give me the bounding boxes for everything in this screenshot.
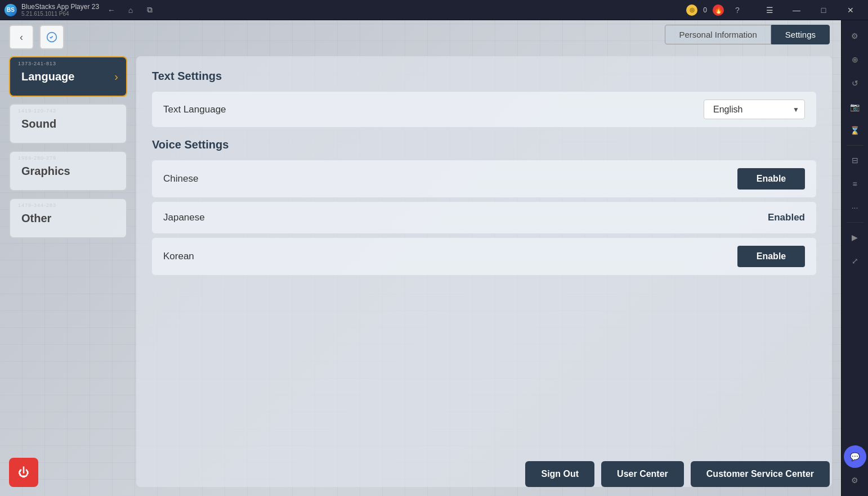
fire-icon: 🔥 (713, 4, 724, 16)
settings-nav: 1373-241-813 Language › 1419-120-743 Sou… (9, 56, 127, 487)
rt-more-button[interactable]: ··· (844, 196, 866, 219)
nav-item-sound[interactable]: 1419-120-743 Sound (9, 103, 127, 144)
settings-content: Text Settings Text Language English Chin… (136, 56, 832, 487)
bottom-bar: Sign Out User Center Customer Service Ce… (525, 461, 830, 487)
user-center-button[interactable]: User Center (601, 461, 684, 487)
power-button[interactable]: ⏻ (9, 458, 38, 487)
rt-layers-button[interactable]: ⊟ (844, 149, 866, 172)
coin-icon: ◎ (686, 4, 697, 16)
customer-service-button[interactable]: Customer Service Center (691, 461, 830, 487)
rt-video-button[interactable]: ▶ (844, 226, 866, 249)
voice-korean-enable-button[interactable]: Enable (737, 246, 805, 267)
voice-settings-section: Voice Settings Chinese Enable Japanese E… (152, 138, 816, 275)
rt-refresh-button[interactable]: ↺ (844, 72, 866, 94)
discord-icon: 💬 (850, 452, 860, 461)
nav-item-sound-code: 1419-120-743 (18, 108, 56, 114)
rt-settings-button[interactable]: ⚙ (844, 25, 866, 47)
nav-item-other[interactable]: 1479-344-283 Other (9, 198, 127, 238)
titlebar-left: BS BlueStacks App Player 23 5.21.615.101… (5, 2, 158, 18)
nav-item-other-code: 1479-344-283 (18, 202, 56, 208)
voice-korean-label: Korean (163, 251, 194, 262)
rt-add-button[interactable]: ⊕ (844, 48, 866, 71)
nav-item-sound-label: Sound (21, 118, 56, 130)
rt-divider (847, 145, 863, 146)
text-language-label: Text Language (163, 104, 226, 115)
voice-chinese-row: Chinese Enable (152, 160, 816, 197)
rt-timer-button[interactable]: ⌛ (844, 119, 866, 142)
nav-arrow-icon: › (114, 70, 118, 83)
sign-out-button[interactable]: Sign Out (525, 461, 594, 487)
voice-japanese-row: Japanese Enabled (152, 202, 816, 233)
text-settings-title: Text Settings (152, 70, 816, 83)
game-ui: ‹ Personal Information Settings 1373-241… (0, 20, 841, 496)
rt-fullscreen-button[interactable]: ⤢ (844, 250, 866, 272)
nav-item-language-code: 1373-241-813 (18, 61, 56, 66)
text-language-row: Text Language English Chinese Japanese K… (152, 92, 816, 127)
nav-item-other-label: Other (21, 212, 51, 225)
user-info: ◎ 0 🔥 ? (686, 2, 745, 18)
discord-button[interactable]: 💬 (844, 445, 866, 468)
nav-item-graphics-label: Graphics (21, 165, 70, 178)
settings-panel: 1373-241-813 Language › 1419-120-743 Sou… (9, 56, 832, 487)
titlebar-nav: ← ⌂ ⧉ (104, 2, 158, 18)
minimize-button[interactable]: — (784, 0, 809, 20)
text-language-select-wrapper[interactable]: English Chinese Japanese Korean (704, 100, 805, 119)
maximize-button[interactable]: □ (811, 0, 836, 20)
titlebar: BS BlueStacks App Player 23 5.21.615.101… (0, 0, 868, 20)
voice-japanese-status: Enabled (768, 212, 805, 223)
voice-japanese-label: Japanese (163, 212, 205, 223)
back-button[interactable]: ‹ (9, 25, 34, 49)
coin-count: 0 (703, 6, 707, 14)
nav-item-language[interactable]: 1373-241-813 Language › (9, 56, 127, 97)
text-language-select[interactable]: English Chinese Japanese Korean (704, 100, 805, 119)
app-title: BlueStacks App Player 23 (21, 3, 99, 11)
tab-bar: Personal Information Settings (665, 25, 830, 44)
menu-button[interactable]: ☰ (757, 0, 782, 20)
voice-chinese-enable-button[interactable]: Enable (737, 168, 805, 190)
rt-menu-button[interactable]: ≡ (844, 173, 866, 195)
back-nav-button[interactable]: ← (104, 2, 119, 18)
close-button[interactable]: ✕ (838, 0, 863, 20)
tab-personal-information[interactable]: Personal Information (665, 25, 771, 44)
rt-camera-button[interactable]: 📷 (844, 96, 866, 118)
game-area: ‹ Personal Information Settings 1373-241… (0, 20, 841, 496)
drive-button[interactable] (39, 25, 64, 49)
voice-settings-title: Voice Settings (152, 138, 816, 151)
rt-divider-2 (847, 222, 863, 223)
main-area: ‹ Personal Information Settings 1373-241… (0, 20, 868, 496)
nav-item-graphics-code: 1989-280-279 (18, 155, 56, 161)
window-controls: ☰ — □ ✕ (757, 0, 863, 20)
nav-item-graphics[interactable]: 1989-280-279 Graphics (9, 151, 127, 191)
nav-item-language-label: Language (21, 70, 74, 83)
help-button[interactable]: ? (730, 2, 745, 18)
bluestacks-logo: BS (5, 4, 17, 16)
text-settings-section: Text Settings Text Language English Chin… (152, 70, 816, 127)
right-toolbar: ⚙ ⊕ ↺ 📷 ⌛ ⊟ ≡ ··· ▶ ⤢ 💬 ⚙ (841, 20, 868, 496)
rt-gear-button[interactable]: ⚙ (844, 469, 866, 492)
copy-nav-button[interactable]: ⧉ (142, 2, 158, 18)
voice-korean-row: Korean Enable (152, 238, 816, 275)
app-version: 5.21.615.1011 P64 (21, 11, 99, 17)
voice-chinese-label: Chinese (163, 173, 198, 184)
tab-settings[interactable]: Settings (771, 25, 830, 44)
power-icon: ⏻ (18, 466, 29, 479)
home-nav-button[interactable]: ⌂ (123, 2, 138, 18)
